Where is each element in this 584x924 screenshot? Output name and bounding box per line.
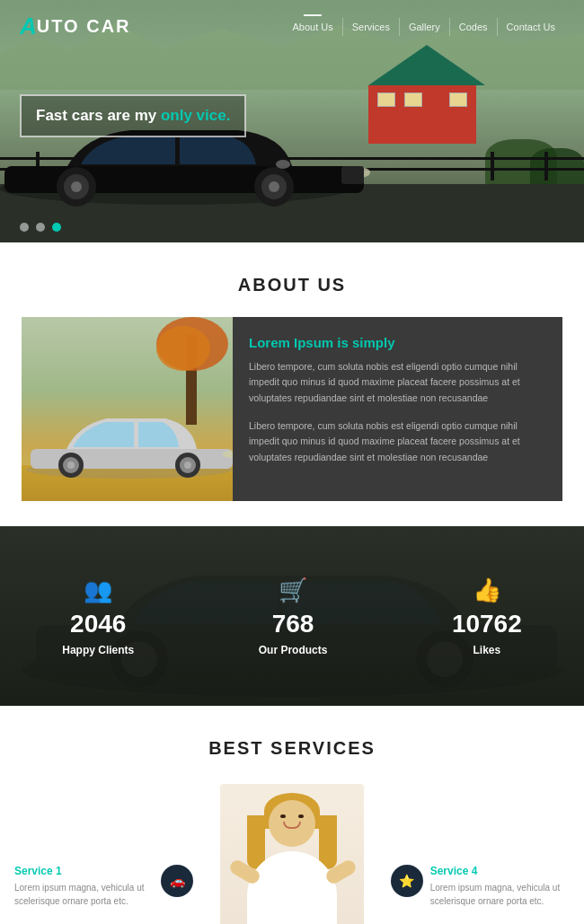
stats-section: 👥 2046 Happy Clients 🛒 768 Our Products … [0,526,584,706]
service-1-title: Service 1 [14,865,154,877]
services-center [193,784,390,924]
services-right: Service 4 Lorem ipsum magna, vehicula ut… [391,865,570,924]
nav-gallery[interactable]: Gallery [400,18,450,36]
service-4-title: Service 4 [430,865,570,877]
services-grid: Service 1 Lorem ipsum magna, vehicula ut… [14,784,570,924]
services-title: BEST SERVICES [14,738,570,759]
about-title: ABOUT US [22,275,562,295]
logo: A UTO CAR [20,13,131,40]
nav-codes[interactable]: Codes [450,18,498,36]
hero-headline-prefix: Fast cars are my [36,107,161,124]
stat-products-number: 768 [259,610,328,638]
stat-likes-icon: 👍 [452,576,522,604]
stat-products-icon: 🛒 [259,576,328,604]
services-left: Service 1 Lorem ipsum magna, vehicula ut… [14,865,193,924]
dot-2[interactable] [36,223,45,232]
main-nav: About Us Services Gallery Codes Contact … [284,18,565,36]
service-1-desc: Lorem ipsum magna, vehicula ut scelerisq… [14,881,154,908]
stat-likes: 👍 10762 Likes [452,576,522,656]
hero-headline-highlight: only vice. [161,107,230,124]
hero-dots [20,223,61,232]
logo-icon: A [20,13,37,40]
svg-point-15 [67,462,75,469]
service-4-desc: Lorem ipsum magna, vehicula ut scelerisq… [430,881,570,908]
nav-services[interactable]: Services [343,18,400,36]
stat-clients-label: Happy Clients [62,644,134,656]
hero-text-box: Fast cars are my only vice. [20,94,246,137]
person-image [220,784,364,924]
service-1-info: Service 1 Lorem ipsum magna, vehicula ut… [14,865,154,908]
service-4-icon: ⭐ [391,865,423,897]
dot-1[interactable] [20,223,29,232]
stat-clients-number: 2046 [62,610,134,638]
service-1-item: Service 1 Lorem ipsum magna, vehicula ut… [14,865,193,908]
stat-likes-number: 10762 [452,610,522,638]
stats-row: 👥 2046 Happy Clients 🛒 768 Our Products … [0,526,584,706]
about-content: Lorem Ipsum is simply Libero tempore, cu… [22,317,562,501]
svg-point-4 [71,181,82,192]
about-para2: Libero tempore, cum soluta nobis est eli… [249,418,546,465]
svg-point-7 [269,181,279,192]
about-section: ABOUT US [0,242,584,526]
nav-about[interactable]: About Us [284,18,343,36]
dot-3-active[interactable] [52,223,61,232]
stat-products: 🛒 768 Our Products [259,576,328,656]
about-image [22,317,233,501]
nav-contact[interactable]: Contact Us [498,18,564,36]
logo-text: UTO CAR [37,16,131,37]
svg-rect-9 [341,166,364,184]
service-4-info: Service 4 Lorem ipsum magna, vehicula ut… [430,865,570,908]
header: A UTO CAR About Us Services Gallery Code… [0,0,584,53]
service-1-icon: 🚗 [161,865,193,897]
about-para1: Libero tempore, cum soluta nobis est eli… [249,359,546,406]
services-section: BEST SERVICES Service 1 Lorem ipsum magn… [0,706,584,924]
service-4-item: Service 4 Lorem ipsum magna, vehicula ut… [391,865,570,908]
svg-point-18 [184,462,191,469]
about-text-box: Lorem Ipsum is simply Libero tempore, cu… [233,317,562,501]
stat-products-label: Our Products [259,644,328,656]
about-heading: Lorem Ipsum is simply [249,335,546,350]
svg-point-10 [276,160,290,169]
stat-likes-label: Likes [452,644,522,656]
stat-clients-icon: 👥 [62,576,134,604]
stat-happy-clients: 👥 2046 Happy Clients [62,576,134,656]
